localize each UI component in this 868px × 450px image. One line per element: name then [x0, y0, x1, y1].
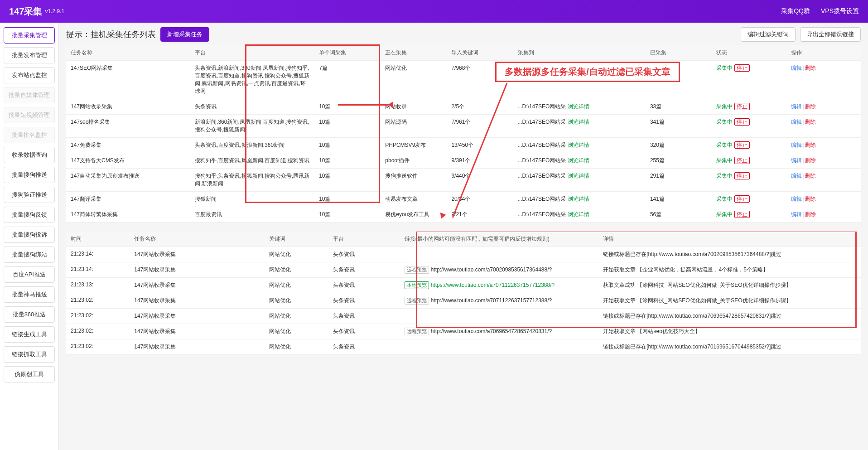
log-link[interactable]: http://www.toutiao.com/a7071122637157712… [431, 297, 552, 304]
delete-link[interactable]: 删除 [805, 196, 816, 202]
browse-detail-link[interactable]: 浏览详情 [568, 119, 589, 125]
cell-platform: 新浪新闻,360新闻,凤凰新闻,百度知道,搜狗资讯,搜狗公众号,搜狐新闻 [190, 115, 314, 138]
log-link[interactable]: https://www.toutiao.com/a707112263715771… [431, 282, 555, 288]
edit-link[interactable]: 编辑 [791, 103, 802, 110]
cell-status: 采集中停止 [712, 169, 786, 192]
sidebar-item-1[interactable]: 批量发布管理 [4, 47, 55, 63]
header-link-vps[interactable]: VPS拨号设置 [821, 7, 859, 15]
stop-button[interactable]: 停止 [734, 64, 750, 72]
cell-time: 21:23:14: [66, 262, 130, 278]
cell-platform: 头条资讯 [190, 99, 314, 115]
edit-link[interactable]: 编辑 [791, 196, 802, 202]
cell-ops: 编辑|删除 [786, 138, 861, 153]
sidebar-item-14[interactable]: 批量360推送 [4, 306, 55, 323]
cell-platform: 搜狐新闻 [190, 192, 314, 207]
cell-task: 147网站收录采集 [130, 247, 265, 262]
cell-imported: 2/5个 [447, 99, 513, 115]
panel-header: 提示：挂机采集任务列表 新增采集任务 编辑过滤关键词 导出全部错误链接 [66, 27, 861, 42]
local-preview-button[interactable]: 本地预览 [405, 281, 429, 289]
add-task-button[interactable]: 新增采集任务 [160, 27, 209, 42]
sidebar-item-15[interactable]: 链接生成工具 [4, 326, 55, 343]
delete-link[interactable]: 删除 [805, 211, 816, 218]
cell-collected: 260篇 [646, 61, 712, 99]
sidebar-item-12[interactable]: 百度API推送 [4, 266, 55, 283]
delete-link[interactable]: 删除 [805, 119, 816, 125]
cell-ops: 编辑|删除 [786, 192, 861, 207]
edit-link[interactable]: 编辑 [791, 119, 802, 125]
remote-preview-button[interactable]: 远程预览 [405, 328, 429, 335]
browse-detail-link[interactable]: 浏览详情 [568, 173, 589, 179]
stop-button[interactable]: 停止 [734, 195, 750, 203]
browse-detail-link[interactable]: 浏览详情 [568, 211, 589, 218]
task-row: 147SEO网站采集头条资讯,新浪新闻,360新闻,凤凰新闻,搜狗知乎,百度资讯… [66, 61, 861, 99]
browse-detail-link[interactable]: 浏览详情 [568, 196, 589, 202]
stop-button[interactable]: 停止 [734, 118, 750, 126]
log-row: 21:23:14:147网站收录采集网站优化头条资讯链接或标题已存在[http:… [66, 247, 861, 262]
cell-status: 采集中停止 [712, 138, 786, 153]
sidebar-item-9[interactable]: 批量搜狗反馈 [4, 207, 55, 223]
sidebar-item-17[interactable]: 伪原创工具 [4, 366, 55, 382]
th-ops: 操作 [786, 45, 861, 61]
browse-detail-link[interactable]: 浏览详情 [568, 157, 589, 164]
sidebar-item-7[interactable]: 批量搜狗推送 [4, 167, 55, 183]
log-link[interactable]: http://www.toutiao.com/a7069654728657420… [431, 328, 552, 334]
delete-link[interactable]: 删除 [805, 103, 816, 110]
cell-detail: 开始获取文章 【网站seo优化技巧大全】 [598, 324, 861, 339]
sidebar-item-6[interactable]: 收录数据查询 [4, 147, 55, 163]
cell-single: 10篇 [314, 99, 381, 115]
delete-link[interactable]: 删除 [805, 173, 816, 179]
cell-platform: 搜狗知乎,头条资讯,搜狐新闻,搜狗公众号,腾讯新闻,新浪新闻 [190, 169, 314, 192]
sidebar-item-4: 批量短视频管理 [4, 107, 55, 123]
edit-link[interactable]: 编辑 [791, 211, 802, 218]
stop-button[interactable]: 停止 [734, 211, 750, 218]
log-row: 21:23:02:147网站收录采集网站优化头条资讯链接或标题已存在[http:… [66, 309, 861, 324]
header-link-qq[interactable]: 采集QQ群 [781, 7, 810, 15]
sidebar-item-8[interactable]: 搜狗验证推送 [4, 187, 55, 203]
sidebar-item-10[interactable]: 批量搜狗投诉 [4, 227, 55, 243]
stop-button[interactable]: 停止 [734, 103, 750, 110]
sidebar-item-0[interactable]: 批量采集管理 [4, 27, 55, 44]
cell-collected: 291篇 [646, 169, 712, 192]
log-link[interactable]: http://www.toutiao.com/a7002098535617364… [431, 266, 552, 273]
sidebar-item-2[interactable]: 发布站点监控 [4, 67, 55, 83]
cell-ops: 编辑|删除 [786, 99, 861, 115]
cell-name: 147网站收录采集 [66, 99, 190, 115]
th-collect-to: 采集到 [513, 45, 646, 61]
cell-ops: 编辑|删除 [786, 153, 861, 169]
status-running: 采集中 [716, 157, 733, 164]
app-version: v1.2.9.1 [45, 8, 64, 15]
browse-detail-link[interactable]: 浏览详情 [568, 142, 589, 148]
cell-imported: 13/450个 [447, 138, 513, 153]
stop-button[interactable]: 停止 [734, 172, 750, 179]
edit-link[interactable]: 编辑 [791, 65, 802, 71]
export-errors-button[interactable]: 导出全部错误链接 [800, 27, 861, 42]
browse-detail-link[interactable]: 浏览详情 [568, 65, 589, 71]
delete-link[interactable]: 删除 [805, 65, 816, 71]
cell-time: 21:23:02: [66, 324, 130, 339]
edit-link[interactable]: 编辑 [791, 157, 802, 164]
cell-collected: 320篇 [646, 138, 712, 153]
remote-preview-button[interactable]: 远程预览 [405, 297, 429, 305]
stop-button[interactable]: 停止 [734, 141, 750, 149]
delete-link[interactable]: 删除 [805, 142, 816, 148]
remote-preview-button[interactable]: 远程预览 [405, 266, 429, 274]
cell-keyword: 网站优化 [265, 293, 328, 309]
log-row: 21:23:13:147网站收录采集网站优化头条资讯本地预览https://ww… [66, 278, 861, 293]
cell-task: 147网站收录采集 [130, 278, 265, 293]
sidebar-item-16[interactable]: 链接抓取工具 [4, 346, 55, 363]
cell-detail: 获取文章成功 【涂网科技_网站SEO优化如何做_关于SEO优化详细操作步骤】 [598, 278, 861, 293]
panel-title: 提示：挂机采集任务列表 [66, 29, 156, 40]
sidebar-item-11[interactable]: 批量搜狗绑站 [4, 247, 55, 263]
stop-button[interactable]: 停止 [734, 157, 750, 164]
cell-name: 147简体转繁体采集 [66, 207, 190, 223]
edit-link[interactable]: 编辑 [791, 173, 802, 179]
cell-time: 21:23:02: [66, 309, 130, 324]
edit-link[interactable]: 编辑 [791, 142, 802, 148]
edit-filter-button[interactable]: 编辑过滤关键词 [741, 27, 796, 42]
app-header: 147采集 v1.2.9.1 采集QQ群 VPS拨号设置 [0, 0, 868, 23]
browse-detail-link[interactable]: 浏览详情 [568, 103, 589, 110]
delete-link[interactable]: 删除 [805, 157, 816, 164]
cell-platform: 头条资讯 [328, 309, 400, 324]
cell-time: 21:23:02: [66, 293, 130, 309]
sidebar-item-13[interactable]: 批量神马推送 [4, 286, 55, 303]
